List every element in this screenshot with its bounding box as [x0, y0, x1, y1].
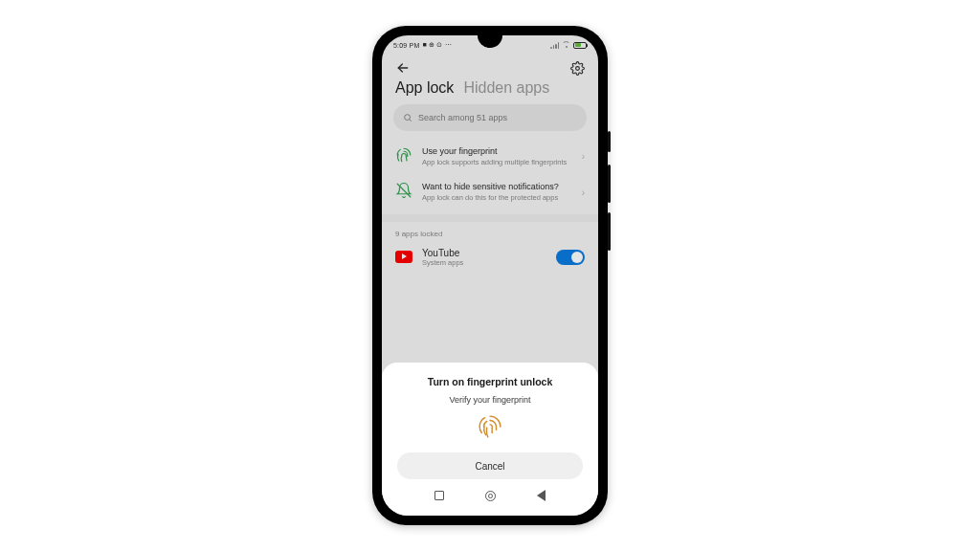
- row-subtitle: App lock supports adding multiple finger…: [422, 158, 572, 166]
- status-indicators: ■ ⊕ ⊙ ⋯: [422, 41, 451, 49]
- row-subtitle: App lock can do this for the protected a…: [422, 193, 572, 202]
- fingerprint-sheet: Turn on fingerprint unlock Verify your f…: [382, 363, 598, 516]
- wifi-icon: [562, 41, 570, 50]
- navigation-bar: [393, 483, 587, 508]
- row-use-fingerprint[interactable]: Use your fingerprint App lock supports a…: [382, 139, 598, 174]
- cancel-button[interactable]: Cancel: [397, 452, 583, 479]
- fingerprint-icon: [395, 146, 412, 164]
- nav-back-button[interactable]: [537, 490, 546, 501]
- youtube-icon: [395, 251, 412, 263]
- phone-frame: 5:09 PM ■ ⊕ ⊙ ⋯ App: [372, 26, 608, 525]
- nav-recent-button[interactable]: [434, 491, 444, 500]
- locked-count-label: 9 apps locked: [382, 222, 598, 242]
- row-title: Use your fingerprint: [422, 146, 572, 156]
- settings-button[interactable]: [570, 61, 585, 76]
- app-row-youtube[interactable]: YouTube System apps: [382, 242, 598, 273]
- row-title: Want to hide sensitive notifications?: [422, 182, 572, 191]
- status-time: 5:09 PM: [393, 42, 419, 49]
- tab-hidden-apps[interactable]: Hidden apps: [463, 79, 549, 97]
- chevron-right-icon: ›: [582, 187, 585, 198]
- search-input[interactable]: Search among 51 apps: [393, 104, 587, 131]
- signal-icon: [550, 42, 559, 49]
- notification-off-icon: [395, 182, 412, 199]
- search-placeholder: Search among 51 apps: [418, 113, 507, 122]
- row-hide-notifications[interactable]: Want to hide sensitive notifications? Ap…: [382, 174, 598, 209]
- app-lock-toggle[interactable]: [556, 250, 585, 265]
- back-button[interactable]: [395, 60, 411, 76]
- tabs: App lock Hidden apps: [382, 77, 598, 102]
- tab-app-lock[interactable]: App lock: [395, 79, 454, 97]
- app-name: YouTube: [422, 248, 546, 258]
- volume-down-button: [608, 212, 611, 251]
- nav-home-button[interactable]: [485, 491, 496, 501]
- fingerprint-sensor-icon[interactable]: [478, 414, 502, 439]
- chevron-right-icon: ›: [582, 151, 585, 162]
- stage: 5:09 PM ■ ⊕ ⊙ ⋯ App: [0, 0, 980, 551]
- sheet-message: Verify your fingerprint: [393, 395, 587, 405]
- side-button: [608, 131, 611, 152]
- top-bar: [382, 55, 598, 77]
- battery-icon: [573, 42, 587, 49]
- sheet-title: Turn on fingerprint unlock: [393, 376, 587, 387]
- svg-point-1: [405, 115, 411, 121]
- screen: 5:09 PM ■ ⊕ ⊙ ⋯ App: [382, 35, 598, 516]
- search-icon: [403, 113, 412, 122]
- svg-point-0: [576, 66, 580, 70]
- volume-up-button: [608, 165, 611, 203]
- section-divider: [382, 214, 598, 222]
- app-category: System apps: [422, 258, 546, 267]
